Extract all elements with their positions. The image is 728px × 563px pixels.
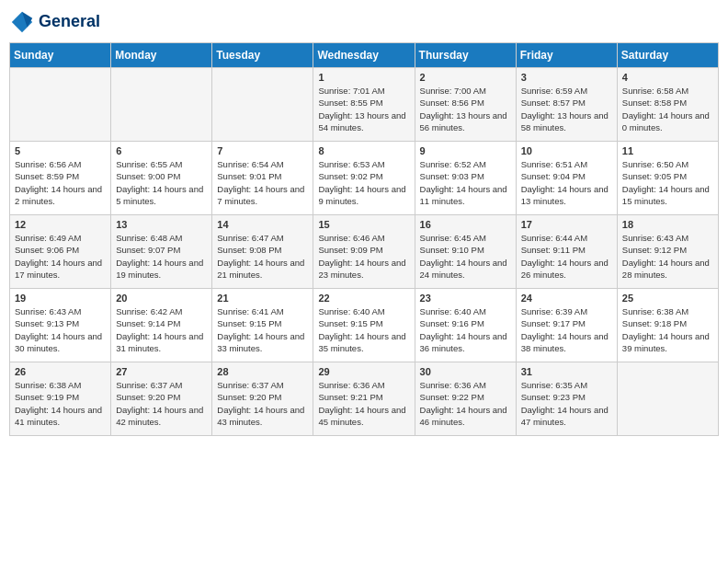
- calendar-cell: 18Sunrise: 6:43 AM Sunset: 9:12 PM Dayli…: [617, 215, 718, 289]
- calendar-cell: 26Sunrise: 6:38 AM Sunset: 9:19 PM Dayli…: [10, 362, 111, 436]
- day-info: Sunrise: 6:37 AM Sunset: 9:20 PM Dayligh…: [116, 379, 207, 428]
- header-tuesday: Tuesday: [212, 43, 313, 68]
- calendar-cell: 16Sunrise: 6:45 AM Sunset: 9:10 PM Dayli…: [415, 215, 516, 289]
- day-info: Sunrise: 6:40 AM Sunset: 9:15 PM Dayligh…: [318, 305, 409, 354]
- calendar-cell: 15Sunrise: 6:46 AM Sunset: 9:09 PM Dayli…: [313, 215, 415, 289]
- logo-icon: [9, 9, 35, 35]
- day-number: 5: [15, 145, 106, 156]
- day-info: Sunrise: 7:00 AM Sunset: 8:56 PM Dayligh…: [420, 85, 511, 133]
- day-number: 16: [420, 219, 511, 230]
- day-info: Sunrise: 6:49 AM Sunset: 9:06 PM Dayligh…: [15, 232, 106, 281]
- calendar-cell: 5Sunrise: 6:56 AM Sunset: 8:59 PM Daylig…: [10, 142, 111, 215]
- calendar-cell: 20Sunrise: 6:42 AM Sunset: 9:14 PM Dayli…: [111, 289, 212, 362]
- calendar-cell: 31Sunrise: 6:35 AM Sunset: 9:23 PM Dayli…: [516, 362, 617, 436]
- day-info: Sunrise: 6:45 AM Sunset: 9:10 PM Dayligh…: [420, 232, 511, 281]
- day-number: 29: [318, 366, 409, 377]
- day-info: Sunrise: 6:46 AM Sunset: 9:09 PM Dayligh…: [318, 232, 409, 281]
- calendar-cell: [212, 68, 313, 142]
- calendar-cell: 28Sunrise: 6:37 AM Sunset: 9:20 PM Dayli…: [212, 362, 313, 436]
- logo: General: [9, 9, 100, 35]
- calendar-cell: [617, 362, 718, 436]
- page-header: General: [9, 9, 719, 35]
- day-number: 13: [116, 219, 207, 230]
- calendar-cell: 30Sunrise: 6:36 AM Sunset: 9:22 PM Dayli…: [415, 362, 516, 436]
- day-info: Sunrise: 6:58 AM Sunset: 8:58 PM Dayligh…: [622, 85, 713, 133]
- day-info: Sunrise: 6:37 AM Sunset: 9:20 PM Dayligh…: [217, 379, 308, 428]
- day-number: 21: [217, 293, 308, 304]
- day-number: 24: [521, 293, 612, 304]
- day-info: Sunrise: 6:38 AM Sunset: 9:19 PM Dayligh…: [15, 379, 106, 428]
- day-number: 28: [217, 366, 308, 377]
- calendar-cell: 22Sunrise: 6:40 AM Sunset: 9:15 PM Dayli…: [313, 289, 415, 362]
- day-info: Sunrise: 6:42 AM Sunset: 9:14 PM Dayligh…: [116, 305, 207, 354]
- calendar-cell: [111, 68, 212, 142]
- day-info: Sunrise: 6:44 AM Sunset: 9:11 PM Dayligh…: [521, 232, 612, 281]
- day-number: 2: [420, 72, 511, 83]
- calendar-cell: 17Sunrise: 6:44 AM Sunset: 9:11 PM Dayli…: [516, 215, 617, 289]
- day-number: 11: [622, 145, 713, 156]
- calendar-cell: 11Sunrise: 6:50 AM Sunset: 9:05 PM Dayli…: [617, 142, 718, 215]
- day-info: Sunrise: 6:43 AM Sunset: 9:12 PM Dayligh…: [622, 232, 713, 281]
- day-info: Sunrise: 6:53 AM Sunset: 9:02 PM Dayligh…: [318, 158, 409, 207]
- day-info: Sunrise: 6:51 AM Sunset: 9:04 PM Dayligh…: [521, 158, 612, 207]
- day-number: 6: [116, 145, 207, 156]
- header-sunday: Sunday: [10, 43, 111, 68]
- header-friday: Friday: [516, 43, 617, 68]
- day-number: 14: [217, 219, 308, 230]
- calendar-cell: 10Sunrise: 6:51 AM Sunset: 9:04 PM Dayli…: [516, 142, 617, 215]
- day-number: 15: [318, 219, 409, 230]
- day-number: 19: [15, 293, 106, 304]
- day-number: 20: [116, 293, 207, 304]
- calendar-cell: 7Sunrise: 6:54 AM Sunset: 9:01 PM Daylig…: [212, 142, 313, 215]
- day-number: 1: [318, 72, 409, 83]
- day-number: 3: [521, 72, 612, 83]
- day-info: Sunrise: 6:36 AM Sunset: 9:22 PM Dayligh…: [420, 379, 511, 428]
- header-thursday: Thursday: [415, 43, 516, 68]
- day-info: Sunrise: 6:59 AM Sunset: 8:57 PM Dayligh…: [521, 85, 612, 133]
- calendar-cell: 8Sunrise: 6:53 AM Sunset: 9:02 PM Daylig…: [313, 142, 415, 215]
- day-info: Sunrise: 6:48 AM Sunset: 9:07 PM Dayligh…: [116, 232, 207, 281]
- day-number: 7: [217, 145, 308, 156]
- calendar-cell: 13Sunrise: 6:48 AM Sunset: 9:07 PM Dayli…: [111, 215, 212, 289]
- day-info: Sunrise: 6:43 AM Sunset: 9:13 PM Dayligh…: [15, 305, 106, 354]
- day-info: Sunrise: 6:56 AM Sunset: 8:59 PM Dayligh…: [15, 158, 106, 207]
- day-info: Sunrise: 6:38 AM Sunset: 9:18 PM Dayligh…: [622, 305, 713, 354]
- day-number: 12: [15, 219, 106, 230]
- calendar-cell: 3Sunrise: 6:59 AM Sunset: 8:57 PM Daylig…: [516, 68, 617, 142]
- header-monday: Monday: [111, 43, 212, 68]
- day-number: 26: [15, 366, 106, 377]
- day-info: Sunrise: 6:41 AM Sunset: 9:15 PM Dayligh…: [217, 305, 308, 354]
- day-info: Sunrise: 6:55 AM Sunset: 9:00 PM Dayligh…: [116, 158, 207, 207]
- day-number: 8: [318, 145, 409, 156]
- day-info: Sunrise: 6:50 AM Sunset: 9:05 PM Dayligh…: [622, 158, 713, 207]
- calendar-cell: 23Sunrise: 6:40 AM Sunset: 9:16 PM Dayli…: [415, 289, 516, 362]
- calendar-cell: 19Sunrise: 6:43 AM Sunset: 9:13 PM Dayli…: [10, 289, 111, 362]
- calendar-cell: 14Sunrise: 6:47 AM Sunset: 9:08 PM Dayli…: [212, 215, 313, 289]
- day-info: Sunrise: 6:39 AM Sunset: 9:17 PM Dayligh…: [521, 305, 612, 354]
- day-number: 25: [622, 293, 713, 304]
- logo-text: General: [39, 13, 100, 31]
- day-info: Sunrise: 6:52 AM Sunset: 9:03 PM Dayligh…: [420, 158, 511, 207]
- day-info: Sunrise: 6:54 AM Sunset: 9:01 PM Dayligh…: [217, 158, 308, 207]
- calendar-cell: 4Sunrise: 6:58 AM Sunset: 8:58 PM Daylig…: [617, 68, 718, 142]
- day-info: Sunrise: 6:47 AM Sunset: 9:08 PM Dayligh…: [217, 232, 308, 281]
- header-wednesday: Wednesday: [313, 43, 415, 68]
- day-number: 10: [521, 145, 612, 156]
- day-number: 17: [521, 219, 612, 230]
- calendar-cell: 21Sunrise: 6:41 AM Sunset: 9:15 PM Dayli…: [212, 289, 313, 362]
- calendar-cell: 12Sunrise: 6:49 AM Sunset: 9:06 PM Dayli…: [10, 215, 111, 289]
- calendar-cell: 29Sunrise: 6:36 AM Sunset: 9:21 PM Dayli…: [313, 362, 415, 436]
- day-number: 31: [521, 366, 612, 377]
- day-number: 23: [420, 293, 511, 304]
- day-info: Sunrise: 7:01 AM Sunset: 8:55 PM Dayligh…: [318, 85, 409, 133]
- calendar-cell: 1Sunrise: 7:01 AM Sunset: 8:55 PM Daylig…: [313, 68, 415, 142]
- calendar-cell: 25Sunrise: 6:38 AM Sunset: 9:18 PM Dayli…: [617, 289, 718, 362]
- calendar-cell: 24Sunrise: 6:39 AM Sunset: 9:17 PM Dayli…: [516, 289, 617, 362]
- day-number: 18: [622, 219, 713, 230]
- day-info: Sunrise: 6:40 AM Sunset: 9:16 PM Dayligh…: [420, 305, 511, 354]
- header-saturday: Saturday: [617, 43, 718, 68]
- day-number: 30: [420, 366, 511, 377]
- day-number: 4: [622, 72, 713, 83]
- calendar-cell: 2Sunrise: 7:00 AM Sunset: 8:56 PM Daylig…: [415, 68, 516, 142]
- day-number: 9: [420, 145, 511, 156]
